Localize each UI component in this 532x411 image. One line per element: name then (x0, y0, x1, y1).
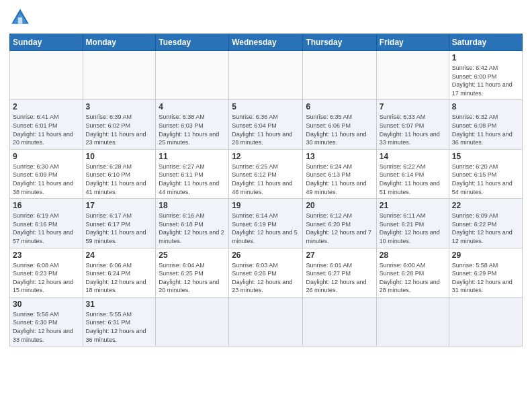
day-info: Sunrise: 6:16 AM Sunset: 6:18 PM Dayligh… (159, 212, 226, 245)
day-info: Sunrise: 6:32 AM Sunset: 6:08 PM Dayligh… (452, 113, 519, 146)
day-number: 28 (380, 250, 446, 260)
calendar-cell: 23Sunrise: 6:08 AM Sunset: 6:23 PM Dayli… (10, 248, 83, 297)
calendar-cell: 26Sunrise: 6:03 AM Sunset: 6:26 PM Dayli… (229, 248, 303, 297)
calendar-cell: 29Sunrise: 5:58 AM Sunset: 6:29 PM Dayli… (449, 248, 522, 297)
calendar-cell: 19Sunrise: 6:14 AM Sunset: 6:19 PM Dayli… (229, 199, 303, 248)
calendar-cell: 1Sunrise: 6:42 AM Sunset: 6:00 PM Daylig… (449, 51, 522, 100)
calendar-cell: 13Sunrise: 6:24 AM Sunset: 6:13 PM Dayli… (303, 149, 376, 198)
day-info: Sunrise: 6:09 AM Sunset: 6:22 PM Dayligh… (452, 212, 519, 245)
day-info: Sunrise: 5:56 AM Sunset: 6:30 PM Dayligh… (13, 310, 80, 344)
calendar-cell: 24Sunrise: 6:06 AM Sunset: 6:24 PM Dayli… (83, 248, 156, 297)
svg-rect-2 (18, 17, 22, 24)
day-info: Sunrise: 6:14 AM Sunset: 6:19 PM Dayligh… (232, 212, 300, 245)
day-info: Sunrise: 6:38 AM Sunset: 6:03 PM Dayligh… (159, 113, 226, 146)
day-number: 12 (232, 152, 300, 161)
calendar-cell: 7Sunrise: 6:33 AM Sunset: 6:07 PM Daylig… (376, 100, 449, 149)
calendar-cell: 21Sunrise: 6:11 AM Sunset: 6:21 PM Dayli… (376, 199, 449, 248)
weekday-header-friday: Friday (376, 34, 449, 51)
calendar-cell: 8Sunrise: 6:32 AM Sunset: 6:08 PM Daylig… (449, 100, 522, 149)
day-number: 11 (159, 152, 226, 161)
day-info: Sunrise: 6:11 AM Sunset: 6:21 PM Dayligh… (380, 212, 446, 245)
calendar-cell: 14Sunrise: 6:22 AM Sunset: 6:14 PM Dayli… (376, 149, 449, 198)
day-number: 3 (86, 102, 153, 111)
day-info: Sunrise: 6:39 AM Sunset: 6:02 PM Dayligh… (86, 113, 153, 146)
logo (9, 7, 34, 28)
day-number: 31 (86, 300, 153, 309)
calendar-cell (83, 51, 156, 100)
day-info: Sunrise: 6:22 AM Sunset: 6:14 PM Dayligh… (380, 163, 446, 196)
weekday-header-monday: Monday (83, 34, 156, 51)
day-info: Sunrise: 6:06 AM Sunset: 6:24 PM Dayligh… (86, 261, 153, 295)
day-number: 17 (86, 201, 153, 210)
day-number: 21 (380, 201, 446, 210)
calendar-cell: 4Sunrise: 6:38 AM Sunset: 6:03 PM Daylig… (156, 100, 229, 149)
day-number: 25 (159, 250, 226, 260)
calendar-cell: 18Sunrise: 6:16 AM Sunset: 6:18 PM Dayli… (156, 199, 229, 248)
day-info: Sunrise: 6:35 AM Sunset: 6:06 PM Dayligh… (306, 113, 373, 146)
day-number: 6 (306, 102, 373, 111)
weekday-header-row: SundayMondayTuesdayWednesdayThursdayFrid… (10, 34, 523, 51)
day-info: Sunrise: 6:01 AM Sunset: 6:27 PM Dayligh… (306, 261, 373, 295)
calendar-cell (229, 51, 303, 100)
calendar-cell: 15Sunrise: 6:20 AM Sunset: 6:15 PM Dayli… (449, 149, 522, 198)
day-number: 1 (452, 53, 519, 62)
calendar-cell: 25Sunrise: 6:04 AM Sunset: 6:25 PM Dayli… (156, 248, 229, 297)
calendar-cell (303, 51, 376, 100)
header (9, 7, 523, 28)
day-number: 10 (86, 152, 153, 161)
calendar-cell: 9Sunrise: 6:30 AM Sunset: 6:09 PM Daylig… (10, 149, 83, 198)
calendar-cell (156, 51, 229, 100)
logo-icon (9, 7, 31, 28)
day-number: 4 (159, 102, 226, 111)
day-info: Sunrise: 6:25 AM Sunset: 6:12 PM Dayligh… (232, 163, 300, 196)
day-number: 24 (86, 250, 153, 260)
day-number: 2 (13, 102, 80, 111)
calendar-cell: 11Sunrise: 6:27 AM Sunset: 6:11 PM Dayli… (156, 149, 229, 198)
day-number: 26 (232, 250, 300, 260)
calendar-cell: 28Sunrise: 6:00 AM Sunset: 6:28 PM Dayli… (376, 248, 449, 297)
calendar-cell: 2Sunrise: 6:41 AM Sunset: 6:01 PM Daylig… (10, 100, 83, 149)
calendar-week-row: 9Sunrise: 6:30 AM Sunset: 6:09 PM Daylig… (10, 149, 523, 198)
page: SundayMondayTuesdayWednesdayThursdayFrid… (0, 0, 532, 411)
day-info: Sunrise: 6:42 AM Sunset: 6:00 PM Dayligh… (452, 64, 519, 97)
day-info: Sunrise: 6:08 AM Sunset: 6:23 PM Dayligh… (13, 261, 80, 295)
day-info: Sunrise: 6:24 AM Sunset: 6:13 PM Dayligh… (306, 163, 373, 196)
day-info: Sunrise: 6:17 AM Sunset: 6:17 PM Dayligh… (86, 212, 153, 245)
day-info: Sunrise: 6:03 AM Sunset: 6:26 PM Dayligh… (232, 261, 300, 295)
day-number: 27 (306, 250, 373, 260)
day-number: 30 (13, 300, 80, 309)
calendar-cell: 16Sunrise: 6:19 AM Sunset: 6:16 PM Dayli… (10, 199, 83, 248)
calendar-cell: 6Sunrise: 6:35 AM Sunset: 6:06 PM Daylig… (303, 100, 376, 149)
calendar-cell (229, 297, 303, 346)
day-number: 18 (159, 201, 226, 210)
day-info: Sunrise: 6:00 AM Sunset: 6:28 PM Dayligh… (380, 261, 446, 295)
day-number: 22 (452, 201, 519, 210)
day-number: 5 (232, 102, 300, 111)
calendar-cell (449, 297, 522, 346)
calendar-cell: 20Sunrise: 6:12 AM Sunset: 6:20 PM Dayli… (303, 199, 376, 248)
weekday-header-wednesday: Wednesday (229, 34, 303, 51)
day-info: Sunrise: 6:04 AM Sunset: 6:25 PM Dayligh… (159, 261, 226, 295)
calendar-cell (156, 297, 229, 346)
calendar-cell: 22Sunrise: 6:09 AM Sunset: 6:22 PM Dayli… (449, 199, 522, 248)
calendar-week-row: 23Sunrise: 6:08 AM Sunset: 6:23 PM Dayli… (10, 248, 523, 297)
calendar-week-row: 2Sunrise: 6:41 AM Sunset: 6:01 PM Daylig… (10, 100, 523, 149)
calendar-week-row: 30Sunrise: 5:56 AM Sunset: 6:30 PM Dayli… (10, 297, 523, 346)
day-number: 8 (452, 102, 519, 111)
weekday-header-saturday: Saturday (449, 34, 522, 51)
day-number: 20 (306, 201, 373, 210)
weekday-header-tuesday: Tuesday (156, 34, 229, 51)
day-info: Sunrise: 6:12 AM Sunset: 6:20 PM Dayligh… (306, 212, 373, 245)
calendar-cell: 12Sunrise: 6:25 AM Sunset: 6:12 PM Dayli… (229, 149, 303, 198)
day-info: Sunrise: 6:36 AM Sunset: 6:04 PM Dayligh… (232, 113, 300, 146)
day-info: Sunrise: 6:19 AM Sunset: 6:16 PM Dayligh… (13, 212, 80, 245)
day-number: 13 (306, 152, 373, 161)
day-info: Sunrise: 6:41 AM Sunset: 6:01 PM Dayligh… (13, 113, 80, 146)
day-info: Sunrise: 5:55 AM Sunset: 6:31 PM Dayligh… (86, 310, 153, 344)
calendar-week-row: 1Sunrise: 6:42 AM Sunset: 6:00 PM Daylig… (10, 51, 523, 100)
calendar-cell (376, 297, 449, 346)
calendar: SundayMondayTuesdayWednesdayThursdayFrid… (9, 34, 523, 347)
day-number: 29 (452, 250, 519, 260)
day-info: Sunrise: 6:33 AM Sunset: 6:07 PM Dayligh… (380, 113, 446, 146)
calendar-cell: 3Sunrise: 6:39 AM Sunset: 6:02 PM Daylig… (83, 100, 156, 149)
